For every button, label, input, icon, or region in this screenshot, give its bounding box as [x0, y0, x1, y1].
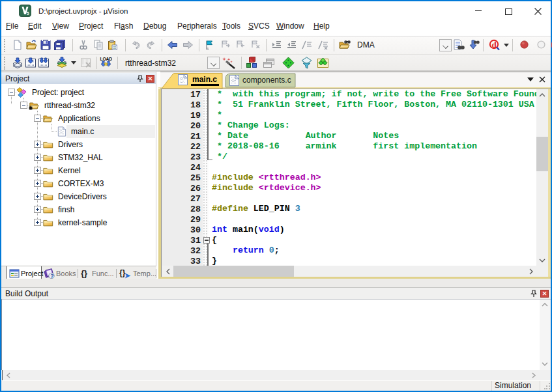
svg-text:LOAD: LOAD [100, 57, 113, 61]
svg-text:d: d [492, 40, 497, 49]
svg-text:5: 5 [27, 11, 29, 16]
